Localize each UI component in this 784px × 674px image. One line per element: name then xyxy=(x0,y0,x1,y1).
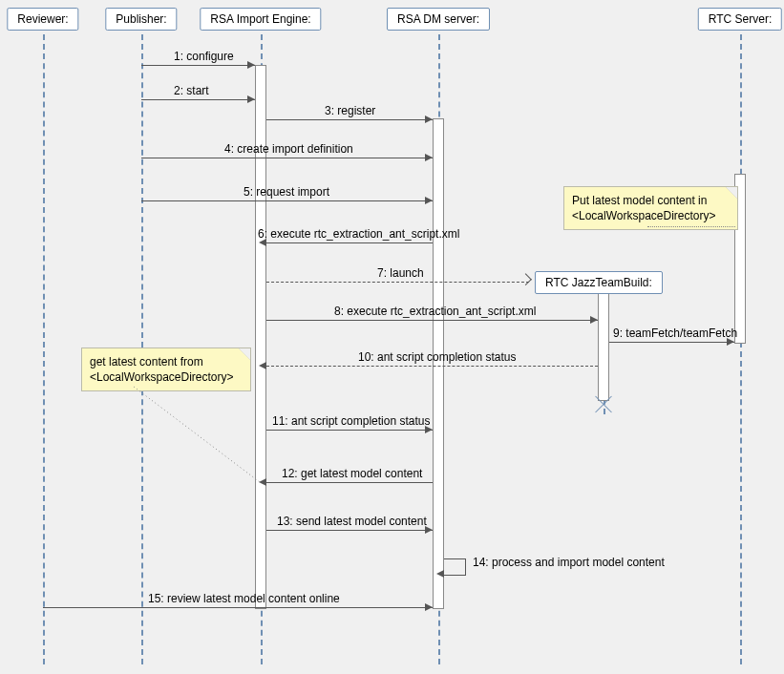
message-label: 1: configure xyxy=(174,50,234,63)
message-arrow xyxy=(266,320,598,321)
message-arrow xyxy=(266,530,433,531)
message-self-arrow xyxy=(444,558,466,576)
message-arrow xyxy=(141,200,433,201)
svg-line-0 xyxy=(134,387,260,482)
message-label: 4: create import definition xyxy=(224,142,353,156)
message-arrow xyxy=(266,242,433,243)
arrowhead-icon xyxy=(519,273,532,285)
message-label: 13: send latest model content xyxy=(277,515,427,528)
note-text: get latest content from xyxy=(90,355,203,369)
arrowhead-icon xyxy=(247,95,255,103)
participant-label: RSA Import Engine: xyxy=(210,12,310,26)
participant-label: RTC Server: xyxy=(709,12,772,26)
message-label: 2: start xyxy=(174,84,209,97)
message-arrow xyxy=(266,482,433,483)
participant-publisher: Publisher: xyxy=(105,8,177,31)
message-label: 3: register xyxy=(325,104,375,117)
note-put-latest: Put latest model content in <LocalWorksp… xyxy=(563,186,738,230)
message-arrow xyxy=(266,366,598,367)
message-label: 10: ant script completion status xyxy=(358,350,516,364)
lifeline-reviewer xyxy=(43,34,45,664)
note-text: <LocalWorkspaceDirectory> xyxy=(90,370,234,384)
lifeline-rtc-server xyxy=(740,34,742,664)
participant-label: RSA DM server: xyxy=(397,12,479,26)
arrowhead-icon xyxy=(425,154,433,161)
message-label: 14: process and import model content xyxy=(473,556,665,569)
note-text: Put latest model content in xyxy=(572,194,707,207)
message-arrow xyxy=(266,119,433,120)
note-get-latest: get latest content from <LocalWorkspaceD… xyxy=(81,348,251,391)
message-arrow xyxy=(609,342,734,343)
participant-import-engine: RSA Import Engine: xyxy=(200,8,321,31)
participant-label: Publisher: xyxy=(116,12,166,26)
participant-jazz-build: RTC JazzTeamBuild: xyxy=(535,271,663,294)
arrowhead-icon xyxy=(425,197,433,204)
arrowhead-icon xyxy=(436,570,444,578)
participant-rtc-server: RTC Server: xyxy=(698,8,782,31)
note-text: <LocalWorkspaceDirectory> xyxy=(572,209,716,222)
message-label: 7: launch xyxy=(377,266,424,280)
message-label: 9: teamFetch/teamFetch xyxy=(613,326,737,340)
message-arrow xyxy=(141,99,255,100)
participant-dm-server: RSA DM server: xyxy=(387,8,490,31)
arrowhead-icon xyxy=(259,478,266,486)
message-label: 15: review latest model content online xyxy=(148,592,340,605)
activation-dm-server xyxy=(433,118,444,609)
arrowhead-icon xyxy=(425,603,433,611)
message-arrow xyxy=(266,282,529,283)
participant-label: RTC JazzTeamBuild: xyxy=(545,276,652,289)
destroy-icon xyxy=(592,393,615,416)
arrowhead-icon xyxy=(247,61,255,69)
note-anchor xyxy=(647,226,735,227)
activation-jazz-build xyxy=(598,292,609,401)
message-arrow xyxy=(266,430,433,431)
participant-label: Reviewer: xyxy=(17,12,68,26)
arrowhead-icon xyxy=(425,116,433,123)
message-arrow xyxy=(141,158,433,158)
message-label: 8: execute rtc_extraction_ant_script.xml xyxy=(334,305,536,318)
arrowhead-icon xyxy=(590,316,598,324)
message-label: 5: request import xyxy=(244,185,329,199)
message-label: 12: get latest model content xyxy=(282,467,422,480)
arrowhead-icon xyxy=(259,362,266,369)
message-arrow xyxy=(43,607,433,608)
participant-reviewer: Reviewer: xyxy=(7,8,78,31)
sequence-diagram: { "participants": { "reviewer": "Reviewe… xyxy=(0,0,784,674)
message-label: 11: ant script completion status xyxy=(272,414,430,428)
message-label: 6: execute rtc_extraction_ant_script.xml xyxy=(258,227,459,241)
message-arrow xyxy=(141,65,255,66)
